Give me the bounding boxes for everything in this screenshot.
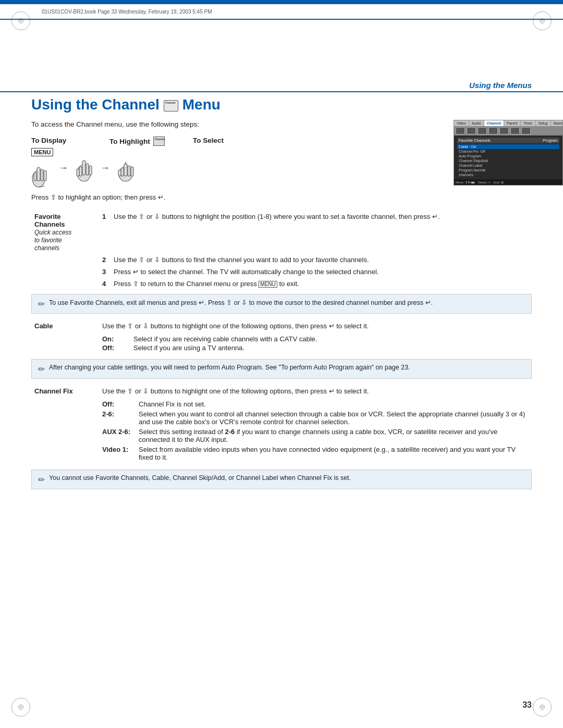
- cable-on-label: On:: [102, 335, 133, 343]
- note-box-2: ✏ After changing your cable settings, yo…: [31, 359, 532, 379]
- note-box-3: ✏ You cannot use Favorite Channels, Cabl…: [31, 470, 532, 489]
- note-text-1: To use Favorite Channels, exit all menus…: [49, 299, 433, 306]
- menu-label: MENU: [31, 148, 53, 156]
- fix-26-item: 2-6: Select when you want to control all…: [102, 410, 529, 426]
- step-desc-1: Use the ⇧ or ⇩ buttons to highlight the …: [111, 211, 532, 254]
- channel-fix-table: Channel Fix Use the ⇧ or ⇩ buttons to hi…: [31, 383, 532, 465]
- svg-rect-12: [124, 164, 127, 176]
- note-text-3: You cannot use Favorite Channels, Cable,…: [49, 474, 351, 482]
- favorite-channels-step3: 3 Press ↵ to select the channel. The TV …: [31, 266, 532, 278]
- main-content: Using the Channel Menu To access the Cha…: [31, 96, 532, 697]
- fix-off-desc: Channel Fix is not set.: [139, 400, 206, 408]
- step-desc-2: Use the ⇧ or ⇩ buttons to find the chann…: [111, 254, 532, 266]
- svg-rect-13: [128, 166, 130, 176]
- svg-rect-15: [121, 168, 124, 176]
- svg-rect-7: [86, 164, 89, 175]
- cable-on-item: On: Select if you are receiving cable ch…: [102, 335, 529, 343]
- intro-text: To access the Channel menu, use the foll…: [31, 120, 532, 128]
- step-label-highlight: To Highlight Channel: [109, 137, 193, 146]
- page-number: 33: [522, 700, 532, 710]
- step-label-display: To Display: [31, 137, 109, 146]
- favorite-channels-step2: 2 Use the ⇧ or ⇩ buttons to find the cha…: [31, 254, 532, 266]
- note-box-1: ✏ To use Favorite Channels, exit all men…: [31, 294, 532, 314]
- fix-aux-item: AUX 2-6: Select this setting instead of …: [102, 428, 529, 443]
- tv-tab-basic: Basic: [551, 120, 563, 126]
- cable-off-item: Off: Select if you are using a TV antenn…: [102, 344, 529, 352]
- step-display-group: MENU: [31, 148, 53, 188]
- hand-icon-3: [115, 153, 137, 183]
- svg-rect-3: [44, 170, 46, 181]
- favorite-channels-term: FavoriteChannels Quick accessto favorite…: [31, 211, 99, 254]
- top-stripe: [0, 0, 563, 4]
- channel-button-icon: [164, 100, 178, 112]
- cable-row: Cable Use the ⇧ or ⇩ buttons to highligh…: [31, 318, 532, 332]
- cable-off-desc: Select if you are using a TV antenna.: [133, 344, 244, 352]
- arrow-1: →: [58, 163, 68, 174]
- fix-video1-item: Video 1: Select from available video inp…: [102, 446, 529, 461]
- header-bar: 01US01COV-BR2.book Page 33 Wednesday, Fe…: [0, 4, 563, 19]
- svg-rect-8: [89, 166, 92, 175]
- hands-diagram-row: MENU → →: [31, 148, 282, 188]
- step-desc-3: Press ↵ to select the channel. The TV wi…: [111, 266, 532, 278]
- fix-26-label: 2-6:: [102, 410, 139, 426]
- favorite-channels-step4: 4 Press ⇧ to return to the Channel menu …: [31, 278, 532, 290]
- fix-aux-desc: Select this setting instead of 2-6 if yo…: [139, 428, 529, 443]
- step-num-2: 2: [99, 254, 111, 266]
- svg-rect-2: [41, 169, 43, 181]
- svg-rect-1: [37, 167, 40, 181]
- channel-fix-row: Channel Fix Use the ⇧ or ⇩ buttons to hi…: [31, 383, 532, 397]
- channel-fix-term: Channel Fix: [31, 383, 99, 397]
- svg-rect-9: [79, 167, 82, 176]
- step-desc-4: Press ⇧ to return to the Channel menu or…: [111, 278, 532, 290]
- cable-desc: Use the ⇧ or ⇩ buttons to highlight one …: [99, 318, 532, 332]
- section-header: Using the Menus: [469, 81, 532, 90]
- note-text-2: After changing your cable settings, you …: [49, 364, 410, 371]
- blue-separator-line: [0, 19, 563, 20]
- step-labels-row: To Display To Highlight Channel To Selec…: [31, 137, 282, 146]
- note-icon-2: ✏: [38, 364, 45, 374]
- channel-fix-desc: Use the ⇧ or ⇩ buttons to highlight one …: [99, 383, 532, 397]
- svg-rect-6: [82, 161, 85, 175]
- step-label-select: To Select: [193, 137, 224, 146]
- page-title-text2: Menu: [182, 96, 221, 113]
- cable-term: Cable: [31, 318, 99, 332]
- cable-on-row: On: Select if you are receiving cable ch…: [31, 332, 532, 355]
- fix-off-label: Off:: [102, 400, 139, 408]
- note-icon-3: ✏: [38, 475, 45, 485]
- fix-aux-label: AUX 2-6:: [102, 428, 139, 443]
- step-num-4: 4: [99, 278, 111, 290]
- page-title: Using the Channel Menu: [31, 96, 532, 113]
- press-text: Press ⇧ to highlight an option; then pre…: [31, 193, 532, 201]
- highlight-button-icon: Channel: [153, 137, 165, 146]
- content-table: FavoriteChannels Quick accessto favorite…: [31, 211, 532, 290]
- svg-rect-4: [34, 172, 36, 181]
- section-header-underline: [0, 91, 563, 92]
- svg-rect-14: [131, 167, 133, 176]
- header-text: 01US01COV-BR2.book Page 33 Wednesday, Fe…: [42, 9, 212, 15]
- reg-mark-bottom-right: [533, 698, 552, 717]
- svg-rect-16: [118, 170, 121, 176]
- arrow-2: →: [100, 163, 109, 174]
- fix-off-item: Off: Channel Fix is not set.: [102, 400, 529, 408]
- hand-icon-1: [31, 158, 53, 188]
- tv-tab-setup: Setup: [536, 120, 551, 126]
- tv-menu-program: Program: [543, 138, 558, 143]
- hand-icon-2: [73, 153, 95, 183]
- channel-fix-options: Off: Channel Fix is not set. 2-6: Select…: [31, 397, 532, 465]
- note-icon-1: ✏: [38, 299, 45, 309]
- step-num-1: 1: [99, 211, 111, 254]
- fix-26-desc: Select when you want to control all chan…: [139, 410, 529, 426]
- fix-video1-desc: Select from available video inputs when …: [139, 446, 529, 461]
- favorite-channels-row: FavoriteChannels Quick accessto favorite…: [31, 211, 532, 254]
- reg-mark-bottom-left: [11, 698, 30, 717]
- cable-on-desc: Select if you are receiving cable channe…: [133, 335, 317, 343]
- svg-rect-10: [77, 169, 79, 176]
- cable-off-label: Off:: [102, 344, 133, 352]
- cable-table: Cable Use the ⇧ or ⇩ buttons to highligh…: [31, 318, 532, 355]
- fix-video1-label: Video 1:: [102, 446, 139, 461]
- step-num-3: 3: [99, 266, 111, 278]
- page-title-text1: Using the Channel: [31, 96, 160, 113]
